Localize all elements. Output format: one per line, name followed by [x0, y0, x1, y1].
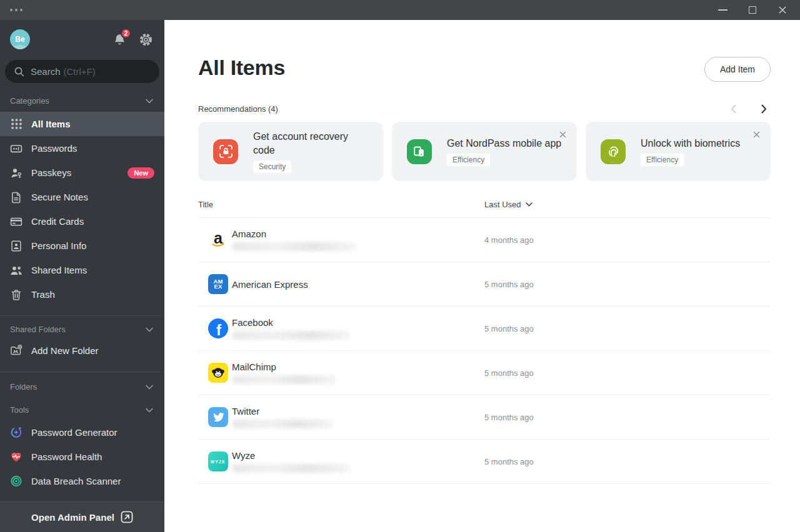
recommendation-card-get-account-recovery-code[interactable]: Get account recovery code Security: [198, 122, 383, 181]
sidebar-item-passkeys[interactable]: Passkeys New: [0, 160, 164, 185]
recommendations-label: Recommendations (4): [198, 104, 278, 114]
mailchimp-logo: [208, 363, 228, 383]
wyze-logo: WYZE: [208, 451, 228, 471]
settings-gear-icon[interactable]: [139, 32, 153, 47]
maximize-icon[interactable]: [738, 0, 768, 20]
trash-icon: [10, 288, 22, 301]
last-used-value: 5 months ago: [484, 324, 534, 333]
sort-chevron-down-icon: [526, 202, 532, 207]
sidebar-item-data-breach-scanner[interactable]: Data Breach Scanner: [0, 469, 164, 493]
new-badge: New: [128, 167, 154, 179]
folders-section-header[interactable]: Folders: [0, 382, 164, 392]
passwords-icon: [10, 142, 22, 155]
page-title: All Items: [198, 56, 285, 80]
credit-card-icon: [10, 215, 22, 228]
chevron-down-icon: [146, 96, 153, 106]
table-row-american-express[interactable]: AMEX American Express 5 months ago: [198, 262, 771, 307]
categories-list: All Items Passwords Passkeys New Secure …: [0, 112, 164, 307]
add-folder-icon: [10, 345, 22, 357]
table-row-facebook[interactable]: f Facebook 5 months ago: [198, 307, 771, 351]
sidebar-item-secure-notes[interactable]: Secure Notes: [0, 185, 164, 209]
search-placeholder: Search: [31, 66, 61, 77]
masked-username: [232, 375, 337, 384]
last-used-value: 5 months ago: [484, 457, 534, 466]
app-menu-icon[interactable]: [10, 9, 22, 11]
card-title: Get NordPass mobile app: [447, 137, 561, 150]
item-title: Twitter: [232, 406, 334, 416]
search-icon: [14, 66, 31, 77]
notifications-bell-icon[interactable]: 2: [113, 33, 126, 46]
recommendation-card-unlock-with-biometrics[interactable]: Unlock with biometrics Efficiency: [586, 122, 771, 181]
table-row-mailchimp[interactable]: MailChimp 5 months ago: [198, 351, 771, 395]
sidebar-item-shared-items[interactable]: Shared Items: [0, 258, 164, 282]
item-title: American Express: [232, 279, 308, 290]
card-tag: Efficiency: [641, 154, 684, 166]
amazon-logo: a: [208, 230, 228, 250]
chevron-down-icon: [146, 382, 153, 392]
avatar[interactable]: Be: [10, 29, 30, 49]
masked-username: [232, 242, 357, 251]
carousel-next-icon[interactable]: [761, 104, 767, 114]
last-used-value: 5 months ago: [484, 413, 534, 422]
sidebar-item-all-items[interactable]: All Items: [0, 112, 164, 136]
shared-items-icon: [10, 264, 22, 277]
masked-username: [232, 464, 351, 473]
chevron-down-icon: [146, 325, 153, 334]
sidebar: Be 2 Search (Ctrl+F) Categories All Item…: [0, 20, 164, 532]
card-tag: Security: [253, 160, 291, 173]
categories-section-header[interactable]: Categories: [0, 96, 164, 106]
card-tag: Efficiency: [447, 154, 490, 166]
sidebar-divider: [0, 372, 164, 372]
minimize-icon[interactable]: [708, 0, 738, 20]
password-health-icon: [10, 451, 22, 463]
passkeys-icon: [10, 167, 22, 179]
data-breach-scanner-icon: [10, 475, 22, 488]
sidebar-item-password-health[interactable]: Password Health: [0, 445, 164, 469]
table-header: Title Last Used: [198, 200, 771, 218]
sidebar-item-credit-cards[interactable]: Credit Cards: [0, 209, 164, 234]
masked-username: [232, 331, 351, 340]
column-title: Title: [198, 200, 213, 209]
add-item-button[interactable]: Add Item: [704, 57, 771, 82]
biometrics-icon: [601, 139, 626, 164]
sidebar-divider: [0, 315, 164, 316]
mobile-app-icon: [407, 139, 432, 164]
titlebar: [0, 0, 800, 20]
card-title: Unlock with biometrics: [641, 137, 740, 150]
masked-username: [232, 420, 334, 428]
sidebar-item-passwords[interactable]: Passwords: [0, 136, 164, 160]
tools-section-header[interactable]: Tools: [0, 405, 164, 415]
search-shortcut-hint: (Ctrl+F): [64, 66, 96, 77]
amex-logo: AMEX: [208, 274, 228, 294]
sidebar-item-trash[interactable]: Trash: [0, 282, 164, 307]
card-close-icon[interactable]: [750, 128, 762, 140]
table-row-amazon[interactable]: a Amazon 4 months ago: [198, 218, 771, 262]
twitter-logo: [208, 407, 228, 427]
tools-list: Password Generator Password Health Data …: [0, 420, 164, 493]
column-last-used-sort[interactable]: Last Used: [484, 200, 532, 209]
item-title: MailChimp: [232, 362, 337, 372]
add-new-folder-button[interactable]: Add New Folder: [0, 338, 164, 363]
card-close-icon[interactable]: [556, 128, 569, 140]
external-link-icon: [121, 511, 133, 523]
sidebar-item-password-generator[interactable]: Password Generator: [0, 420, 164, 445]
table-row-wyze[interactable]: WYZE Wyze 5 months ago: [198, 440, 771, 484]
personal-info-icon: [10, 240, 22, 252]
open-admin-panel-button[interactable]: Open Admin Panel: [0, 501, 164, 532]
close-icon[interactable]: [768, 0, 798, 20]
carousel-prev-icon[interactable]: [731, 104, 736, 114]
search-input[interactable]: Search (Ctrl+F): [5, 60, 159, 83]
item-title: Facebook: [232, 317, 351, 328]
last-used-value: 5 months ago: [484, 368, 534, 378]
profile-row: Be 2: [0, 20, 164, 49]
last-used-value: 5 months ago: [484, 280, 534, 289]
item-title: Wyze: [232, 450, 351, 461]
password-generator-icon: [10, 426, 22, 439]
table-row-twitter[interactable]: Twitter 5 months ago: [198, 395, 771, 440]
main-content: All Items Add Item Recommendations (4) G…: [164, 20, 800, 532]
sidebar-item-personal-info[interactable]: Personal Info: [0, 234, 164, 258]
shared-folders-section-header[interactable]: Shared Folders: [0, 325, 164, 334]
card-title: Get account recovery code: [253, 130, 368, 157]
recommendation-cards: Get account recovery code Security Get N…: [198, 122, 771, 181]
recommendation-card-get-nordpass-mobile-app[interactable]: Get NordPass mobile app Efficiency: [392, 122, 577, 181]
